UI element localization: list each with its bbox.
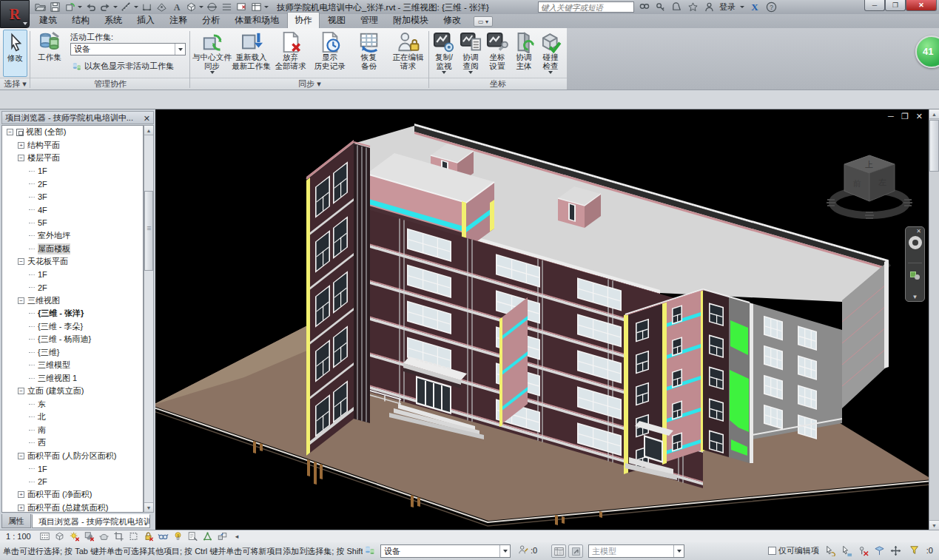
tree-expander-icon[interactable]: − [18,155,24,161]
workset-status-combo[interactable]: 设备 [380,544,511,558]
tree-item[interactable]: 3F [2,191,143,204]
tree-expander-icon[interactable]: − [18,453,24,459]
tree-expander-icon[interactable]: − [7,129,13,135]
visual-style-icon[interactable] [53,531,67,542]
tree-expander-icon[interactable]: − [18,258,24,265]
tab-管理[interactable]: 管理 [354,13,385,28]
coordination-settings-button[interactable]: 坐标设置 [485,30,510,77]
editable-only-checkbox[interactable]: 仅可编辑项 [768,545,819,556]
tree-item[interactable]: 屋面楼板 [2,243,143,256]
tree-item[interactable]: 东 [2,398,143,411]
tab-插入[interactable]: 插入 [130,13,161,28]
reload-latest-button[interactable]: 重新载入最新工作集 [232,30,270,77]
view-cube[interactable]: 上前左 [825,139,914,228]
tree-item[interactable]: 2F [2,281,143,294]
viewport-vertical-scrollbar[interactable]: ▲ ▼ [929,109,939,530]
close-button[interactable]: ✕ [906,0,937,11]
sync-central-button[interactable]: 与中心文件同步 [193,30,231,77]
drag-on-selection-icon[interactable] [889,544,903,556]
tree-expander-icon[interactable]: − [18,297,24,304]
crop-region-icon[interactable] [127,531,141,542]
tree-item[interactable]: −天花板平面 [2,255,143,269]
editing-requests-status[interactable]: :0 [518,544,537,556]
drawing-area[interactable]: ─ ❐ ✕ 上前左 ✕ ▼ [155,109,929,530]
tab-体量和场地[interactable]: 体量和场地 [228,13,286,28]
minimize-button[interactable]: ─ [864,0,885,11]
tree-item[interactable]: 4F [2,203,143,217]
modify-button[interactable]: 修改 [3,30,27,77]
help-icon[interactable]: ? [765,1,777,13]
tree-item[interactable]: +面积平面 (净面积) [2,488,143,502]
tab-结构[interactable]: 结构 [65,13,96,28]
tree-item[interactable]: {三维 - 李朵} [2,320,143,334]
tree-item[interactable]: 三维视图 1 [2,372,143,385]
tree-item[interactable]: 西 [2,436,143,450]
tree-item[interactable]: 1F [2,165,143,178]
browser-scrollbar[interactable]: ▲ ▼ [144,125,154,513]
tab-视图[interactable]: 视图 [321,13,352,28]
building-3d-model[interactable] [155,109,929,530]
tab-系统[interactable]: 系统 [98,13,129,28]
sign-in-label[interactable]: 登录 [719,1,736,13]
viewbar-collapse-icon[interactable]: ◂ [235,533,239,540]
sign-in-icon[interactable] [703,1,715,13]
tab-注释[interactable]: 注释 [163,13,194,28]
select-underlay-icon[interactable] [841,544,854,556]
vscroll-down-icon[interactable]: ▼ [929,520,939,530]
tree-item[interactable]: {三维 - 张洋} [2,307,143,320]
tree-expander-icon[interactable]: + [18,491,24,498]
tree-item[interactable]: 三维模型 [2,359,143,372]
restore-button[interactable]: ❐ [885,0,906,11]
scroll-down-icon[interactable]: ▼ [144,502,153,512]
interference-check-button[interactable]: 碰撞检查 [538,30,563,77]
temporary-view-properties-icon[interactable] [186,531,200,542]
tree-item[interactable]: −立面 (建筑立面) [2,385,143,398]
tree-item[interactable]: −三维视图 [2,294,143,308]
zoom-tool-icon[interactable] [910,270,920,280]
render-dialog-icon[interactable] [98,531,111,542]
tree-item[interactable]: 北 [2,411,143,424]
copy-monitor-button[interactable]: 复制/监视 [431,30,457,77]
tree-item[interactable]: 2F [2,476,143,489]
view-restore-icon[interactable]: ❐ [901,112,909,121]
sun-path-icon[interactable] [68,531,81,542]
reveal-hidden-elements-icon[interactable]: 9 [172,531,185,542]
scale-value[interactable]: 1 : 100 [6,532,31,541]
tree-item[interactable]: 2F [2,178,143,191]
tab-协作[interactable]: 协作 [287,12,320,28]
search-input[interactable] [538,1,634,13]
worksets-dialog-button[interactable] [551,544,566,558]
design-options-button[interactable] [568,544,583,558]
tree-item[interactable]: 室外地坪 [2,229,143,243]
vscroll-thumb[interactable] [929,120,939,172]
design-option-combo[interactable]: 主模型 [588,544,684,558]
shadows-icon[interactable] [83,531,96,542]
tree-item[interactable]: +面积平面 (总建筑面积) [2,502,143,513]
communication-icon[interactable] [670,1,682,13]
displace-elements-icon[interactable] [216,531,229,542]
steering-wheel-icon[interactable] [909,236,922,249]
gray-inactive-worksets-button[interactable]: 以灰色显示非活动工作集 [72,61,174,72]
panel-label-select[interactable]: 选择 ▾ [0,78,30,90]
tree-expander-icon[interactable]: − [18,388,24,394]
tree-item[interactable]: 南 [2,424,143,437]
show-history-button[interactable]: 显示历史记录 [311,30,349,77]
crop-view-icon[interactable] [112,531,126,542]
panel-label-coordinate[interactable]: 坐标 [429,78,567,90]
select-by-face-icon[interactable] [873,544,886,556]
tab-附加模块[interactable]: 附加模块 [386,13,435,28]
scroll-up-icon[interactable]: ▲ [144,126,153,135]
subscription-icon[interactable] [654,1,666,13]
project-browser-header[interactable]: 项目浏览器 - 技师学院机电培训中... ✕ [1,111,154,124]
worksets-status-icon[interactable] [364,544,376,558]
panel-label-synchronize[interactable]: 同步 ▾ [190,78,429,90]
tree-item[interactable]: 5F [2,217,143,230]
tree-item[interactable]: 1F [2,462,143,476]
relinquish-button[interactable]: 放弃全部请求 [272,30,309,77]
worksets-button[interactable]: 工作集 [35,30,64,77]
favorites-icon[interactable] [687,1,699,13]
application-menu-button[interactable]: R [0,0,30,28]
temporary-hide-isolate-icon[interactable] [157,531,170,542]
active-workset-combo[interactable]: 设备 [70,43,186,55]
selection-filter-icon[interactable] [908,544,921,556]
